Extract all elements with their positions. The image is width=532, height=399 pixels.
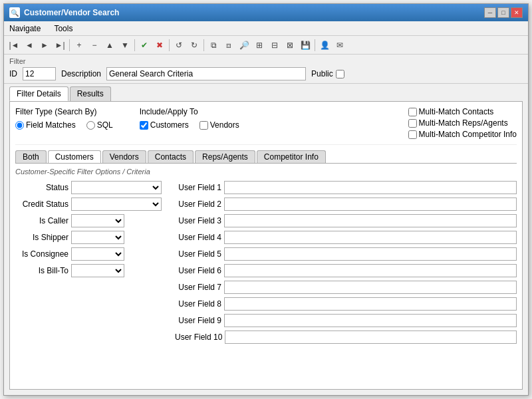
radio-field-label: Field Matches [26,120,76,130]
vendors-checkbox[interactable] [200,121,208,130]
user9-label: User Field 9 [175,316,221,325]
window-icon: 🔍 [9,7,20,18]
user1-input[interactable] [224,181,517,194]
description-label: Description [61,69,101,78]
include-checkbox-row: Customers Vendors [140,120,239,130]
id-input[interactable] [23,67,56,80]
minimize-button[interactable]: ─ [484,7,496,18]
multi-match-contacts[interactable]: Multi-Match Contacts [408,107,517,116]
inner-tab-contacts[interactable]: Contacts [148,150,194,163]
field-row-user7: User Field 7 [175,281,517,294]
radio-sql[interactable]: SQL [86,120,113,130]
vendors-checkbox-label[interactable]: Vendors [200,120,239,130]
user2-input[interactable] [224,198,517,211]
is-shipper-select[interactable] [71,231,124,244]
inner-tab-both[interactable]: Both [15,150,47,163]
inner-tab-customers[interactable]: Customers [48,150,101,163]
user2-label: User Field 2 [175,200,221,209]
toolbar-up[interactable]: ▲ [102,38,117,53]
toolbar-cancel[interactable]: ✖ [152,38,167,53]
toolbar-user[interactable]: 👤 [317,38,332,53]
user7-label: User Field 7 [175,283,221,292]
customers-checkbox[interactable] [140,121,148,130]
main-tab-container: Filter Details Results [4,84,528,101]
main-window: 🔍 Customer/Vendor Search ─ □ ✕ Navigate … [3,3,529,396]
multi-match-reps[interactable]: Multi-Match Reps/Agents [408,118,517,128]
status-label: Status [15,183,68,192]
tab-filter-details[interactable]: Filter Details [9,86,68,101]
toolbar-save[interactable]: 💾 [298,38,313,53]
field-row-user8: User Field 8 [175,297,517,311]
is-billto-select[interactable] [71,264,124,277]
toolbar-confirm[interactable]: ✔ [137,38,152,53]
toolbar-first[interactable]: |◄ [7,38,21,53]
is-consignee-select[interactable] [71,247,124,261]
radio-sql-label: SQL [97,120,113,130]
toolbar-undo[interactable]: ↺ [172,38,186,53]
toolbar-next[interactable]: ► [37,38,52,53]
user6-label: User Field 6 [175,266,221,275]
toolbar-last[interactable]: ►| [53,38,67,53]
user10-label: User Field 10 [175,332,222,342]
content-area: Filter Type (Search By) Field Matches SQ… [9,101,523,390]
separator-3 [169,39,170,51]
toolbar-email[interactable]: ✉ [332,38,347,53]
multi-match-contacts-label: Multi-Match Contacts [419,107,494,116]
tab-results[interactable]: Results [70,86,111,101]
section-title: Customer-Specific Filter Options / Crite… [15,168,517,176]
multi-match-group: Multi-Match Contacts Multi-Match Reps/Ag… [408,107,517,139]
field-row-user4: User Field 4 [175,231,517,244]
is-billto-label: Is Bill-To [15,266,68,275]
is-consignee-label: Is Consignee [15,249,68,259]
window-title: Customer/Vendor Search [24,8,119,17]
user5-input[interactable] [224,247,517,261]
field-row-user3: User Field 3 [175,214,517,227]
inner-tab-vendors[interactable]: Vendors [102,150,146,163]
left-fields: Status Credit Status Is Caller Is Shippe… [15,181,162,344]
toolbar-search[interactable]: 🔎 [237,38,251,53]
toolbar-delete[interactable]: − [87,38,102,53]
status-select[interactable] [71,181,162,194]
toolbar-redo[interactable]: ↻ [187,38,201,53]
customers-checkbox-label[interactable]: Customers [140,120,189,130]
toolbar-filter3[interactable]: ⊠ [283,38,297,53]
toolbar-filter1[interactable]: ⊞ [252,38,267,53]
toolbar-down[interactable]: ▼ [118,38,132,53]
is-caller-select[interactable] [71,214,124,227]
toolbar-paste[interactable]: ⧈ [221,38,236,53]
user9-input[interactable] [224,314,517,327]
is-shipper-label: Is Shipper [15,233,68,242]
user10-input[interactable] [225,331,517,344]
is-caller-label: Is Caller [15,216,68,225]
menu-navigate[interactable]: Navigate [7,23,43,34]
close-button[interactable]: ✕ [511,7,523,18]
menu-bar: Navigate Tools [4,21,528,36]
maximize-button[interactable]: □ [497,7,509,18]
description-input[interactable] [106,67,306,80]
include-apply-group: Include/Apply To Customers Vendors [140,107,239,139]
credit-status-select[interactable] [71,198,162,211]
toolbar-copy[interactable]: ⧉ [206,38,221,53]
separator-5 [315,39,315,51]
multi-match-competitor[interactable]: Multi-Match Competitor Info [408,130,517,139]
inner-tab-reps[interactable]: Reps/Agents [195,150,255,163]
inner-tab-competitor[interactable]: Competitor Info [257,150,326,163]
field-row-is-billto: Is Bill-To [15,264,162,277]
toolbar-prev[interactable]: ◄ [22,38,37,53]
filter-section: Filter ID Description Public [4,55,528,84]
menu-tools[interactable]: Tools [51,23,75,34]
user7-input[interactable] [224,281,517,294]
toolbar: |◄ ◄ ► ►| + − ▲ ▼ ✔ ✖ ↺ ↻ ⧉ ⧈ 🔎 ⊞ ⊟ ⊠ 💾 … [4,36,528,55]
user3-input[interactable] [224,214,517,227]
field-row-user1: User Field 1 [175,181,517,194]
vendors-label: Vendors [210,120,239,130]
toolbar-filter2[interactable]: ⊟ [267,38,282,53]
radio-field-matches[interactable]: Field Matches [15,120,76,130]
multi-match-competitor-label: Multi-Match Competitor Info [419,130,517,139]
field-row-is-caller: Is Caller [15,214,162,227]
public-checkbox[interactable] [336,70,344,78]
user4-input[interactable] [224,231,517,244]
user6-input[interactable] [224,264,517,277]
toolbar-add[interactable]: + [72,38,86,53]
user8-input[interactable] [224,297,517,311]
